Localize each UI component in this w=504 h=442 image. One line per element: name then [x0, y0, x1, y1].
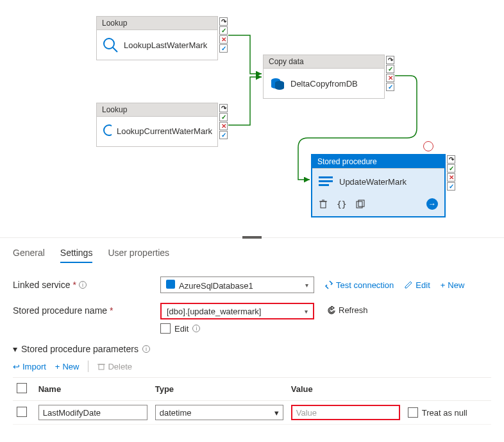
- test-connection-button[interactable]: Test connection: [324, 280, 394, 290]
- edit-checkbox[interactable]: [160, 323, 171, 334]
- import-icon: ↩: [13, 362, 20, 371]
- activity-type-label: Lookup: [97, 103, 217, 117]
- activity-name: DeltaCopyfromDB: [290, 79, 358, 89]
- pipeline-canvas[interactable]: Lookup LookupLastWaterMark ↷ ✓ ✕ ✓ Looku…: [0, 0, 504, 237]
- chevron-down-icon: ▾: [13, 344, 17, 354]
- delete-icon: [97, 362, 105, 370]
- activity-type-label: Copy data: [264, 55, 384, 69]
- stored-procedure-icon: [317, 175, 334, 188]
- panel-resize-handle[interactable]: [0, 237, 504, 238]
- activity-name: LookupLastWaterMark: [124, 40, 207, 50]
- edit-checkbox-label: Edit: [174, 324, 189, 334]
- svg-point-9: [275, 86, 284, 90]
- activity-stored-procedure[interactable]: Stored procedure UpdateWaterMark {} →: [311, 154, 446, 217]
- stored-procedure-name-label: Stored procedure name*: [13, 303, 160, 316]
- info-icon[interactable]: i: [142, 345, 150, 353]
- new-parameter-button[interactable]: +New: [55, 362, 80, 371]
- table-row: LastModifyDate datetime▾ Value Treat as …: [13, 401, 491, 425]
- import-button[interactable]: ↩Import: [13, 362, 46, 371]
- chevron-down-icon: ▾: [274, 408, 279, 418]
- tab-user-properties[interactable]: User properties: [108, 244, 169, 263]
- status-indicators: ↷ ✓ ✕ ✓: [219, 104, 228, 139]
- svg-point-0: [104, 38, 114, 49]
- plus-icon: +: [441, 280, 446, 290]
- linked-service-dropdown[interactable]: AzureSqlDatabase1 ▾: [160, 276, 314, 293]
- properties-panel: General Settings User properties Linked …: [13, 244, 491, 425]
- param-name-input[interactable]: LastModifyDate: [38, 405, 147, 420]
- status-indicators: ↷ ✓ ✕ ✓: [219, 17, 228, 53]
- col-type: Type: [151, 378, 287, 401]
- select-all-checkbox[interactable]: [17, 383, 27, 393]
- svg-rect-12: [319, 184, 329, 186]
- new-linked-service-button[interactable]: + New: [441, 280, 465, 290]
- activity-type-label: Lookup: [97, 17, 217, 30]
- activity-lookup-last[interactable]: Lookup LookupLastWaterMark: [96, 16, 218, 60]
- linked-service-label: Linked service*i: [13, 280, 160, 290]
- edit-linked-service-button[interactable]: Edit: [404, 280, 430, 290]
- panel-tabs: General Settings User properties: [13, 244, 491, 263]
- svg-line-1: [113, 47, 117, 52]
- tab-general[interactable]: General: [13, 244, 45, 263]
- activity-copy-data[interactable]: Copy data DeltaCopyfromDB: [263, 55, 385, 99]
- lookup-icon: [102, 123, 112, 140]
- plus-icon: +: [55, 362, 60, 371]
- copy-data-icon: [269, 75, 285, 92]
- treat-as-null-label: Treat as null: [422, 408, 467, 418]
- delete-parameter-button: Delete: [97, 362, 132, 371]
- svg-rect-18: [99, 364, 104, 370]
- clone-icon[interactable]: [356, 200, 365, 208]
- col-value: Value: [287, 378, 404, 401]
- param-value-input[interactable]: Value: [291, 405, 400, 420]
- chevron-down-icon: ▾: [305, 308, 308, 315]
- svg-rect-13: [321, 201, 326, 208]
- parameters-table: Name Type Value LastModifyDate datetime▾…: [13, 377, 491, 425]
- col-name: Name: [35, 378, 151, 401]
- status-indicators: ↷ ✓ ✕ ✓: [386, 56, 394, 91]
- treat-as-null-checkbox[interactable]: [408, 407, 418, 418]
- info-icon[interactable]: i: [79, 281, 87, 289]
- refresh-button[interactable]: Refresh: [327, 305, 368, 315]
- arrow-right-icon[interactable]: →: [426, 198, 438, 210]
- info-icon[interactable]: i: [192, 325, 200, 332]
- status-indicators: ↷ ✓ ✕ ✓: [447, 155, 455, 191]
- svg-rect-10: [319, 176, 333, 178]
- param-type-dropdown[interactable]: datetime▾: [155, 405, 283, 420]
- test-connection-icon: [324, 280, 333, 289]
- delete-icon[interactable]: [319, 200, 328, 208]
- tab-settings[interactable]: Settings: [60, 244, 93, 263]
- activity-type-label: Stored procedure: [312, 155, 444, 169]
- database-icon: [166, 280, 175, 289]
- stored-procedure-name-dropdown[interactable]: [dbo].[update_watermark] ▾: [160, 303, 314, 319]
- parameters-section-header[interactable]: ▾ Stored procedure parameters i: [13, 344, 491, 354]
- activity-lookup-current[interactable]: Lookup LookupCurrentWaterMark: [96, 103, 218, 147]
- svg-rect-11: [319, 180, 333, 182]
- activity-name: UpdateWaterMark: [339, 177, 407, 187]
- selection-handle[interactable]: [423, 141, 433, 151]
- svg-point-2: [104, 125, 112, 135]
- code-icon[interactable]: {}: [337, 200, 347, 209]
- activity-name: LookupCurrentWaterMark: [117, 126, 212, 137]
- edit-icon: [404, 280, 413, 289]
- lookup-icon: [102, 37, 119, 53]
- toolbar-separator: [88, 361, 88, 372]
- chevron-down-icon: ▾: [305, 282, 308, 289]
- row-checkbox[interactable]: [17, 407, 27, 417]
- refresh-icon: [327, 306, 336, 315]
